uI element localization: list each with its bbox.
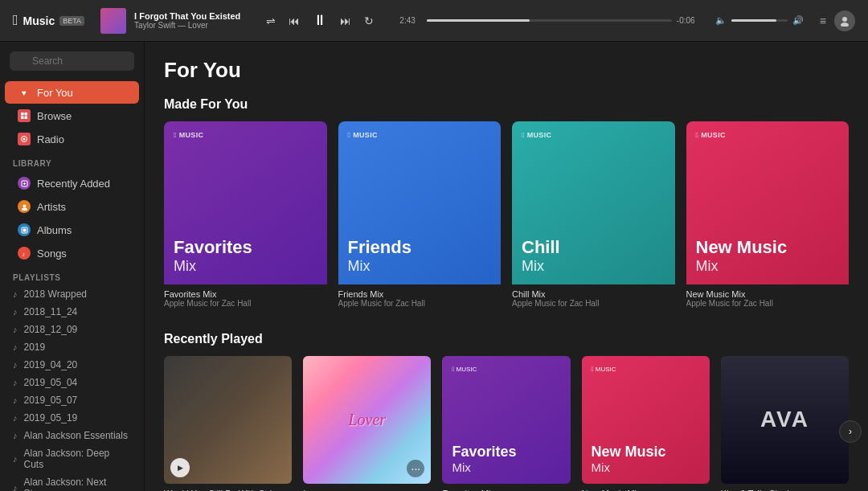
next-button[interactable]: ⏭ [338, 13, 353, 29]
playlist-note-icon: ♪ [13, 360, 18, 370]
volume-bar[interactable] [731, 19, 788, 22]
favorites-mix-art:  MUSIC Favorites Mix [164, 121, 327, 284]
svg-point-12 [22, 207, 27, 211]
svg-text:♪: ♪ [22, 251, 25, 257]
new-music-mix-desc: Apple Music for Zac Hall [686, 299, 850, 308]
playlist-item[interactable]: ♪2018 Wrapped [0, 285, 144, 303]
would-you-still-card[interactable]: ▶ Would You Still Be With Strings Anthon… [164, 356, 292, 492]
sidebar-item-recently-added[interactable]: Recently Added [5, 172, 139, 194]
chill-mix-desc: Apple Music for Zac Hall [512, 299, 675, 308]
sidebar-item-browse[interactable]: Browse [5, 104, 139, 127]
apple-music-tag:  MUSIC [522, 131, 665, 139]
playlist-item[interactable]: ♪2019_04_20 [0, 356, 144, 374]
friends-mix-card[interactable]:  MUSIC Friends Mix Friends Mix Apple Mu… [338, 121, 502, 313]
chill-mix-card[interactable]:  MUSIC Chill Mix Chill Mix Apple Music … [512, 121, 675, 313]
artists-icon [18, 200, 31, 213]
playlist-name: Alan Jackson: Deep Cuts [24, 448, 132, 470]
user-avatar[interactable] [834, 10, 855, 31]
playlist-item[interactable]: ♪2018_11_24 [0, 303, 144, 321]
sidebar-item-for-you[interactable]: ♥ For You [5, 81, 139, 104]
shuffle-button[interactable]: ⇌ [264, 13, 277, 29]
sidebar-label-songs: Songs [37, 248, 67, 260]
playlist-item[interactable]: ♪Alan Jackson Essentials [0, 427, 144, 444]
playlist-item[interactable]: ♪2019_05_04 [0, 374, 144, 391]
play-pause-button[interactable]: ⏸ [311, 10, 329, 31]
made-for-you-grid:  MUSIC Favorites Mix Favorites Mix Appl… [164, 121, 849, 313]
favorites-mix-desc: Apple Music for Zac Hall [164, 299, 327, 308]
svg-rect-3 [25, 113, 28, 116]
repeat-button[interactable]: ↻ [362, 13, 375, 29]
recently-added-icon [18, 177, 31, 190]
apple-music-tag:  MUSIC [348, 131, 492, 139]
app-logo:  Music BETA [13, 12, 84, 29]
app-name: Music [23, 14, 55, 27]
new-music-rec-art:  MUSIC New Music Mix [582, 356, 710, 484]
play-overlay[interactable]: ▶ [170, 458, 190, 477]
playlist-note-icon: ♪ [13, 378, 18, 387]
playlist-name: 2019_05_19 [24, 412, 78, 423]
progress-bar[interactable] [427, 19, 672, 22]
sidebar-item-artists[interactable]: Artists [5, 195, 139, 218]
volume-fill [731, 19, 776, 22]
would-you-still-art: ▶ [164, 356, 292, 484]
favorites-mix-sub: Mix [174, 258, 317, 275]
album-art-thumb [100, 8, 126, 34]
lover-card[interactable]: Lover ··· Lover Taylor Swift [303, 356, 431, 492]
playlist-name: 2018 Wrapped [24, 288, 88, 300]
list-icon[interactable]: ≡ [820, 14, 826, 27]
sidebar-label-radio: Radio [37, 133, 64, 145]
playlist-name: 2019 [24, 342, 46, 353]
playlist-name: 2018_11_24 [24, 306, 78, 317]
favorites-mix-title: Favorites [174, 238, 317, 257]
more-button[interactable]: ··· [407, 460, 424, 477]
playlist-item[interactable]: ♪Alan Jackson: Next Ste... [0, 473, 144, 491]
apple-music-tag-small:  MUSIC [452, 366, 560, 373]
chill-mix-sub: Mix [522, 258, 665, 275]
page-title: For You [164, 58, 849, 83]
volume-section: 🔈 🔊 [715, 15, 804, 26]
playlist-note-icon: ♪ [13, 289, 18, 299]
playlist-name: 2019_05_04 [24, 377, 78, 388]
svg-point-0 [842, 17, 847, 22]
svg-point-7 [23, 138, 26, 141]
playlist-note-icon: ♪ [13, 431, 18, 440]
playlist-note-icon: ♪ [13, 395, 18, 405]
playlist-item[interactable]: ♪2019_05_19 [0, 409, 144, 427]
beta-badge: BETA [59, 16, 84, 26]
friends-mix-desc: Apple Music for Zac Hall [338, 299, 502, 308]
volume-high-icon: 🔊 [792, 15, 804, 26]
friends-mix-art:  MUSIC Friends Mix [338, 121, 502, 284]
favorites-mix-rec-art:  MUSIC Favorites Mix [442, 356, 570, 484]
sidebar-item-radio[interactable]: Radio [5, 128, 139, 150]
topbar-actions: ≡ [820, 10, 855, 31]
heart-icon: ♥ [18, 86, 31, 99]
svg-rect-14 [23, 228, 26, 231]
playlist-item[interactable]: ♪2019 [0, 338, 144, 356]
time-total: -0:06 [677, 16, 699, 25]
new-music-rec-card[interactable]:  MUSIC New Music Mix New Music Mix Appl… [582, 356, 710, 492]
playlist-item[interactable]: ♪2019_05_07 [0, 391, 144, 409]
svg-rect-5 [25, 117, 28, 120]
playlist-item[interactable]: ♪Alan Jackson: Deep Cuts [0, 444, 144, 473]
scroll-right-button[interactable]: › [839, 420, 862, 443]
prev-button[interactable]: ⏮ [287, 13, 301, 29]
favorites-mix-rec-card[interactable]:  MUSIC Favorites Mix Favorites Mix Appl… [442, 356, 570, 492]
sidebar-item-albums[interactable]: Albums [5, 219, 139, 241]
favorites-mix-info: Favorites Mix Apple Music for Zac Hall [164, 284, 327, 313]
playlist-item[interactable]: ♪2018_12_09 [0, 321, 144, 338]
sidebar-label-artists: Artists [37, 201, 66, 213]
kiss-tell-card[interactable]: AVA Kiss & Tell - Single Angels & Airwav… [721, 356, 849, 492]
sidebar-item-songs[interactable]: ♪ Songs [5, 242, 139, 264]
new-music-mix-card[interactable]:  MUSIC New Music Mix New Music Mix Appl… [686, 121, 850, 313]
favorites-mix-card[interactable]:  MUSIC Favorites Mix Favorites Mix Appl… [164, 121, 327, 313]
chill-mix-art:  MUSIC Chill Mix [512, 121, 675, 284]
sidebar-label-for-you: For You [37, 87, 73, 99]
recently-played-heading: Recently Played [164, 332, 849, 346]
new-music-mix-title: New Music [696, 238, 840, 257]
main-layout: ⚲ ♥ For You Browse Radio LIBRARY Recen [0, 42, 868, 491]
friends-mix-info: Friends Mix Apple Music for Zac Hall [338, 284, 502, 313]
search-input[interactable] [10, 51, 134, 71]
sidebar: ⚲ ♥ For You Browse Radio LIBRARY Recen [0, 42, 145, 491]
albums-icon [18, 223, 31, 236]
main-content: For You Made For You  MUSIC Favorites M… [145, 42, 868, 491]
